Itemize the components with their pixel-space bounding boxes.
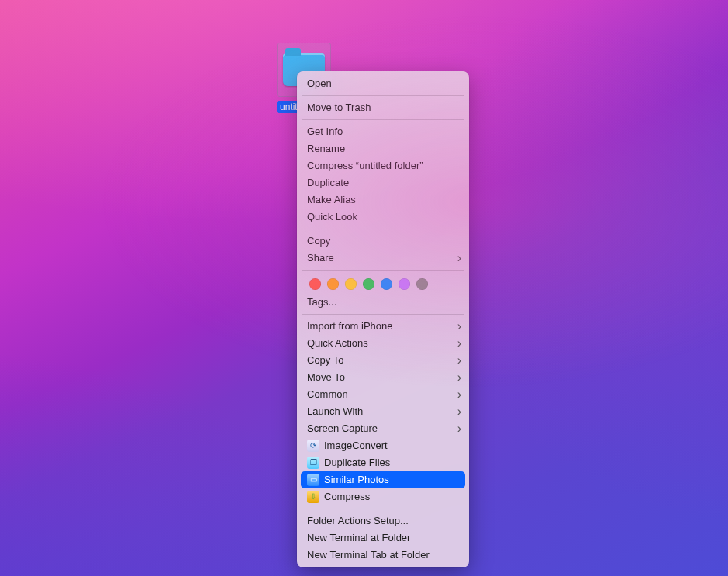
menu-item-label: Similar Photos (324, 474, 455, 486)
menu-item-label: ImageConvert (324, 440, 459, 452)
menu-item-label: Make Alias (307, 194, 459, 206)
menu-move-to[interactable]: Move To (297, 369, 469, 386)
menu-item-label: Move To (307, 371, 459, 384)
menu-item-label: Copy To (307, 354, 459, 367)
menu-item-label: Open (307, 78, 459, 90)
menu-copy[interactable]: Copy (297, 233, 469, 250)
tag-blue[interactable] (381, 278, 392, 290)
menu-compress-named[interactable]: Compress “untitled folder” (297, 157, 469, 174)
menu-open[interactable]: Open (297, 75, 469, 92)
menu-item-label: New Terminal at Folder (307, 532, 459, 544)
tag-green[interactable] (363, 278, 374, 290)
menu-image-convert[interactable]: ⟳ ImageConvert (297, 437, 469, 454)
menu-item-label: Copy (307, 235, 459, 247)
menu-item-label: Get Info (307, 126, 459, 138)
menu-separator (302, 95, 464, 96)
tag-red[interactable] (309, 278, 321, 290)
menu-item-label: Tags... (307, 296, 459, 309)
menu-item-label: Compress “untitled folder” (307, 160, 459, 172)
duplicate-files-icon: ❐ (307, 457, 319, 469)
menu-common[interactable]: Common (297, 386, 469, 403)
menu-folder-actions-setup[interactable]: Folder Actions Setup... (297, 512, 469, 529)
menu-item-label: Move to Trash (307, 102, 459, 114)
menu-item-label: Compress (324, 491, 459, 503)
menu-import-iphone[interactable]: Import from iPhone (297, 318, 469, 335)
menu-item-label: Common (307, 388, 459, 401)
menu-item-label: Duplicate Files (324, 457, 459, 469)
menu-separator (302, 119, 464, 120)
similar-photos-icon: ▭ (307, 474, 319, 486)
menu-item-label: Quick Look (307, 211, 459, 223)
menu-separator (302, 270, 464, 271)
menu-make-alias[interactable]: Make Alias (297, 191, 469, 209)
menu-share[interactable]: Share (297, 250, 469, 267)
menu-item-label: Folder Actions Setup... (307, 515, 459, 527)
menu-new-terminal-at-folder[interactable]: New Terminal at Folder (297, 529, 469, 547)
menu-duplicate-files[interactable]: ❐ Duplicate Files (297, 454, 469, 471)
menu-separator (302, 314, 464, 315)
menu-item-label: Screen Capture (307, 423, 459, 435)
menu-get-info[interactable]: Get Info (297, 123, 469, 140)
menu-item-label: New Terminal Tab at Folder (307, 549, 459, 561)
tag-orange[interactable] (327, 278, 339, 290)
menu-duplicate[interactable]: Duplicate (297, 174, 469, 191)
menu-copy-to[interactable]: Copy To (297, 352, 469, 369)
image-convert-icon: ⟳ (307, 440, 319, 452)
compress-app-icon: ⇩ (307, 491, 319, 503)
menu-rename[interactable]: Rename (297, 140, 469, 157)
menu-item-label: Share (307, 252, 459, 264)
tag-purple[interactable] (399, 278, 410, 290)
menu-item-label: Launch With (307, 405, 459, 418)
menu-item-label: Rename (307, 143, 459, 155)
menu-quick-look[interactable]: Quick Look (297, 209, 469, 226)
menu-new-terminal-tab-at-folder[interactable]: New Terminal Tab at Folder (297, 547, 469, 564)
menu-launch-with[interactable]: Launch With (297, 403, 469, 420)
tags-color-row (297, 274, 469, 294)
menu-item-label: Import from iPhone (307, 320, 459, 333)
tag-gray[interactable] (416, 278, 428, 290)
menu-move-to-trash[interactable]: Move to Trash (297, 99, 469, 116)
menu-quick-actions[interactable]: Quick Actions (297, 335, 469, 352)
menu-tags[interactable]: Tags... (297, 294, 469, 311)
menu-item-label: Quick Actions (307, 337, 459, 350)
menu-separator (302, 229, 464, 229)
menu-screen-capture[interactable]: Screen Capture (297, 420, 469, 437)
menu-item-label: Duplicate (307, 177, 459, 189)
menu-separator (302, 509, 464, 509)
context-menu: Open Move to Trash Get Info Rename Compr… (297, 71, 469, 567)
menu-compress-app[interactable]: ⇩ Compress (297, 488, 469, 505)
menu-similar-photos[interactable]: ▭ Similar Photos (301, 471, 465, 488)
tag-yellow[interactable] (345, 278, 357, 290)
